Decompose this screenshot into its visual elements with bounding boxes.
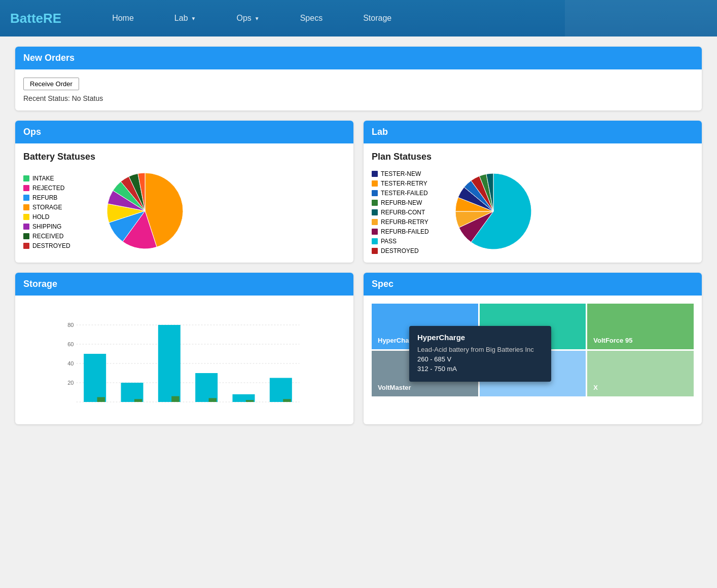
- brand-logo: BatteRE: [10, 11, 61, 26]
- svg-rect-15: [195, 373, 218, 402]
- ops-legend-item: REFURB: [23, 194, 94, 201]
- lab-legend: TESTER-NEWTESTER-RETRYTESTER-FAILEDREFUR…: [372, 170, 443, 254]
- lab-legend-item: REFURB-RETRY: [372, 218, 443, 226]
- ops-header: Ops: [15, 121, 353, 143]
- nav-lab[interactable]: Lab ▼: [154, 0, 217, 36]
- lab-card: Lab Plan Statuses TESTER-NEWTESTER-RETRY…: [364, 121, 702, 263]
- ops-legend-item: INTAKE: [23, 175, 94, 182]
- ops-chart-container: INTAKEREJECTEDREFURBSTORAGEHOLDSHIPPINGR…: [23, 170, 345, 253]
- ops-legend-item: STORAGE: [23, 204, 94, 211]
- ops-title: Ops: [23, 127, 345, 137]
- nav-specs[interactable]: Specs: [280, 0, 343, 36]
- nav-ops[interactable]: Ops ▼: [216, 0, 279, 36]
- lab-arrow-icon: ▼: [191, 16, 196, 21]
- tooltip-voltage: 260 - 685 V: [417, 355, 543, 363]
- ops-pie-chart: [104, 170, 186, 251]
- svg-rect-11: [121, 383, 144, 402]
- lab-legend-item: REFURB-NEW: [372, 199, 443, 206]
- svg-text:80: 80: [67, 322, 74, 328]
- lab-legend-item: REFURB-FAILED: [372, 228, 443, 235]
- spec-body: HyperChargeElectroForce 1500VoltForce 95…: [364, 296, 702, 405]
- lab-header: Lab: [364, 121, 702, 143]
- spec-cell[interactable]: X: [587, 351, 694, 396]
- svg-rect-10: [97, 397, 105, 402]
- main-content: New Orders Receive Order Recent Status: …: [0, 36, 717, 445]
- lab-chart-container: TESTER-NEWTESTER-RETRYTESTER-FAILEDREFUR…: [372, 170, 694, 254]
- nav-home[interactable]: Home: [92, 0, 154, 36]
- tooltip-description: Lead-Acid battery from Big Batteries Inc: [417, 346, 543, 353]
- new-orders-body: Receive Order Recent Status: No Status: [15, 69, 702, 111]
- svg-rect-20: [283, 399, 291, 402]
- storage-bar-chart-area: 80604020: [15, 296, 353, 424]
- lab-legend-item: TESTER-NEW: [372, 170, 443, 177]
- lab-legend-item: REFURB-CONT: [372, 209, 443, 216]
- svg-text:20: 20: [67, 380, 74, 386]
- ops-legend-item: SHIPPING: [23, 223, 94, 230]
- storage-title: Storage: [23, 279, 345, 289]
- svg-rect-18: [246, 400, 254, 402]
- storage-card: Storage 80604020: [15, 273, 353, 424]
- svg-rect-19: [270, 378, 292, 402]
- ops-legend-item: HOLD: [23, 213, 94, 220]
- lab-legend-item: TESTER-RETRY: [372, 180, 443, 187]
- storage-bar-chart: 80604020: [20, 301, 345, 417]
- lab-legend-item: PASS: [372, 238, 443, 245]
- ops-lab-row: Ops Battery Statuses INTAKEREJECTEDREFUR…: [15, 121, 702, 263]
- lab-chart-section: Plan Statuses TESTER-NEWTESTER-RETRYTEST…: [364, 143, 702, 263]
- ops-chart-section: Battery Statuses INTAKEREJECTEDREFURBSTO…: [15, 143, 353, 262]
- svg-rect-16: [209, 398, 217, 402]
- tooltip-title: HyperCharge: [417, 333, 543, 342]
- storage-spec-row: Storage 80604020 Spec HyperChargeElectro…: [15, 273, 702, 424]
- spec-header: Spec: [364, 273, 702, 296]
- navbar: BatteRE Home Lab ▼ Ops ▼ Specs Storage: [0, 0, 717, 36]
- spec-tooltip: HyperCharge Lead-Acid battery from Big B…: [409, 326, 551, 382]
- new-orders-title: New Orders: [23, 53, 694, 63]
- svg-text:40: 40: [67, 360, 74, 366]
- svg-text:60: 60: [67, 341, 74, 347]
- new-orders-card: New Orders Receive Order Recent Status: …: [15, 47, 702, 111]
- battery-statuses-title: Battery Statuses: [23, 152, 345, 162]
- svg-rect-12: [134, 399, 142, 402]
- lab-pie-chart: [453, 171, 534, 252]
- ops-legend: INTAKEREJECTEDREFURBSTORAGEHOLDSHIPPINGR…: [23, 175, 94, 249]
- lab-pie-wrapper: [453, 171, 534, 254]
- ops-legend-item: REJECTED: [23, 185, 94, 192]
- receive-order-button[interactable]: Receive Order: [23, 78, 79, 90]
- storage-header: Storage: [15, 273, 353, 296]
- ops-legend-item: RECEIVED: [23, 233, 94, 240]
- spec-title: Spec: [372, 279, 694, 289]
- ops-legend-item: DESTROYED: [23, 242, 94, 249]
- svg-rect-14: [171, 396, 179, 402]
- nav-storage[interactable]: Storage: [343, 0, 412, 36]
- spec-cell[interactable]: VoltForce 95: [587, 304, 694, 349]
- plan-statuses-title: Plan Statuses: [372, 152, 694, 162]
- nav-items: Home Lab ▼ Ops ▼ Specs Storage: [92, 0, 707, 36]
- ops-pie-wrapper: [104, 170, 186, 253]
- spec-card: Spec HyperChargeElectroForce 1500VoltFor…: [364, 273, 702, 424]
- lab-title: Lab: [372, 127, 694, 137]
- lab-legend-item: DESTROYED: [372, 247, 443, 254]
- svg-rect-9: [84, 354, 106, 402]
- svg-rect-13: [158, 325, 181, 402]
- recent-status-text: Recent Status: No Status: [23, 94, 694, 102]
- new-orders-header: New Orders: [15, 47, 702, 69]
- tooltip-current: 312 - 750 mA: [417, 365, 543, 373]
- ops-arrow-icon: ▼: [255, 16, 260, 21]
- ops-card: Ops Battery Statuses INTAKEREJECTEDREFUR…: [15, 121, 353, 263]
- lab-legend-item: TESTER-FAILED: [372, 190, 443, 197]
